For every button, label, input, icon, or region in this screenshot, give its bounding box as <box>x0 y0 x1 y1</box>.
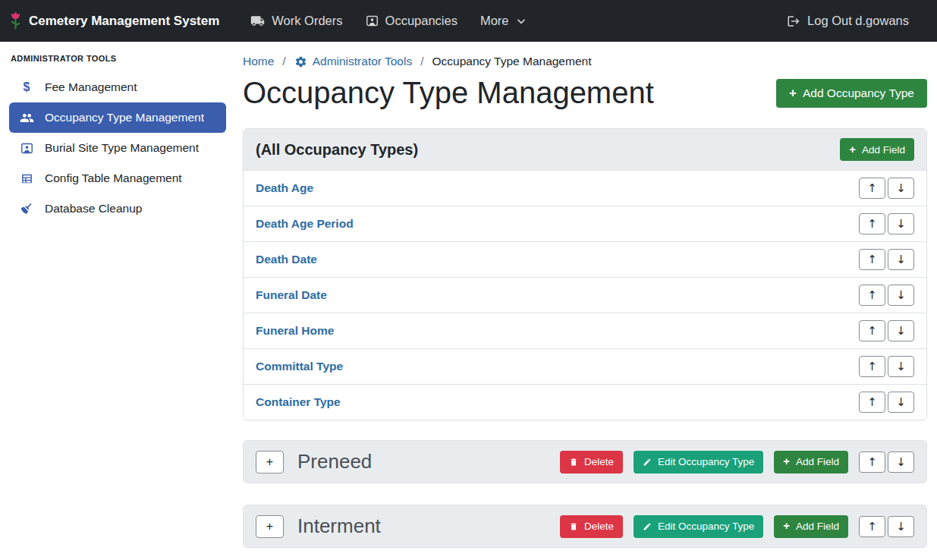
sidebar-item-label: Fee Management <box>45 80 137 94</box>
sidebar-item-fee-management[interactable]: $ Fee Management <box>9 72 226 102</box>
breadcrumb: Home / Administrator Tools / Occupancy T… <box>243 55 927 68</box>
sidebar-heading: Administrator Tools <box>0 45 235 72</box>
button-label: Add Field <box>796 521 839 532</box>
field-link[interactable]: Funeral Home <box>256 324 334 338</box>
plus-icon: + <box>783 521 790 532</box>
delete-button[interactable]: Delete <box>560 515 623 538</box>
page-header: Occupancy Type Management + Add Occupanc… <box>243 76 927 110</box>
move-down-button[interactable]: ↓ <box>888 392 914 413</box>
arrow-down-icon: ↓ <box>896 360 906 373</box>
trash-icon <box>569 458 578 467</box>
arrow-down-icon: ↓ <box>896 455 906 469</box>
add-occupancy-type-button[interactable]: + Add Occupancy Type <box>776 79 927 108</box>
move-up-button[interactable]: ↑ <box>859 178 885 199</box>
move-down-button[interactable]: ↓ <box>888 178 914 199</box>
breadcrumb-current: Occupancy Type Management <box>432 55 592 68</box>
move-up-button[interactable]: ↑ <box>859 516 885 537</box>
sidebar-item-occupancy-type-management[interactable]: Occupancy Type Management <box>9 102 226 133</box>
reorder-controls: ↑ ↓ <box>859 213 914 234</box>
button-label: Edit Occupancy Type <box>658 521 754 532</box>
sidebar-item-database-cleanup[interactable]: Database Cleanup <box>9 193 226 224</box>
button-label: Add Field <box>862 144 905 156</box>
sidebar-item-burial-site-type-management[interactable]: Burial Site Type Management <box>9 133 226 163</box>
arrow-down-icon: ↓ <box>896 253 906 266</box>
reorder-controls: ↑ ↓ <box>859 392 914 413</box>
sidebar-item-label: Config Table Management <box>45 171 182 185</box>
sidebar-item-label: Database Cleanup <box>45 202 142 216</box>
section-title: Interment <box>297 514 381 538</box>
card-title: (All Occupancy Types) <box>256 141 418 159</box>
top-navbar: Cemetery Management System Work Orders O… <box>0 0 937 42</box>
move-up-button[interactable]: ↑ <box>859 213 885 234</box>
edit-occupancy-type-button[interactable]: Edit Occupancy Type <box>634 451 763 473</box>
move-down-button[interactable]: ↓ <box>888 213 914 234</box>
broom-icon <box>18 202 35 216</box>
field-row: Funeral Date ↑ ↓ <box>244 277 926 313</box>
app-brand[interactable]: Cemetery Management System <box>9 11 219 31</box>
delete-button[interactable]: Delete <box>560 451 623 473</box>
table-icon <box>18 172 35 185</box>
nav-label: Occupancies <box>385 14 457 28</box>
reorder-controls: ↑ ↓ <box>859 356 914 377</box>
nav-work-orders[interactable]: Work Orders <box>239 8 354 34</box>
breadcrumb-label: Administrator Tools <box>313 55 413 68</box>
app-title: Cemetery Management System <box>29 14 219 29</box>
field-row: Committal Type ↑ ↓ <box>244 348 926 384</box>
button-label: Delete <box>584 521 614 532</box>
move-down-button[interactable]: ↓ <box>888 451 914 473</box>
pencil-icon <box>643 522 652 531</box>
breadcrumb-admin-tools-link[interactable]: Administrator Tools <box>294 55 413 68</box>
field-list: Death Age ↑ ↓ Death Age Period ↑ ↓ <box>244 170 926 420</box>
add-field-button[interactable]: + Add Field <box>774 515 848 538</box>
occupancy-type-section: + Preneed Delete Edit Occupancy Typ <box>243 440 927 483</box>
field-link[interactable]: Death Age Period <box>256 217 354 231</box>
nav-occupancies[interactable]: Occupancies <box>354 8 469 34</box>
arrow-down-icon: ↓ <box>896 520 906 533</box>
field-row: Death Date ↑ ↓ <box>244 241 926 277</box>
field-row: Container Type ↑ ↓ <box>244 384 926 420</box>
field-link[interactable]: Container Type <box>256 395 341 409</box>
move-down-button[interactable]: ↓ <box>888 285 914 306</box>
expand-button[interactable]: + <box>256 515 284 538</box>
page-title: Occupancy Type Management <box>243 76 654 110</box>
arrow-up-icon: ↑ <box>867 520 877 533</box>
move-up-button[interactable]: ↑ <box>859 249 885 270</box>
arrow-down-icon: ↓ <box>896 324 906 338</box>
edit-occupancy-type-button[interactable]: Edit Occupancy Type <box>634 515 763 538</box>
move-up-button[interactable]: ↑ <box>859 320 885 341</box>
sidebar-item-config-table-management[interactable]: Config Table Management <box>9 163 226 193</box>
nav-more[interactable]: More <box>469 8 538 34</box>
trash-icon <box>569 522 578 531</box>
sidebar-item-label: Occupancy Type Management <box>45 111 204 124</box>
move-down-button[interactable]: ↓ <box>888 356 914 377</box>
move-up-button[interactable]: ↑ <box>859 392 885 413</box>
field-link[interactable]: Death Age <box>256 181 313 195</box>
breadcrumb-home-link[interactable]: Home <box>243 55 274 68</box>
plus-icon: + <box>266 520 273 533</box>
truck-icon <box>250 14 265 28</box>
field-row: Death Age ↑ ↓ <box>244 170 926 206</box>
move-up-button[interactable]: ↑ <box>859 285 885 306</box>
arrow-up-icon: ↑ <box>867 360 877 373</box>
person-frame-icon <box>366 14 379 27</box>
dollar-icon: $ <box>18 80 35 94</box>
breadcrumb-separator: / <box>420 55 423 68</box>
field-link[interactable]: Death Date <box>256 253 317 266</box>
button-label: Edit Occupancy Type <box>658 456 754 467</box>
move-up-button[interactable]: ↑ <box>859 451 885 473</box>
move-down-button[interactable]: ↓ <box>888 516 914 537</box>
arrow-up-icon: ↑ <box>867 395 877 409</box>
reorder-controls: ↑ ↓ <box>859 285 914 306</box>
reorder-controls: ↑ ↓ <box>859 249 914 270</box>
expand-button[interactable]: + <box>256 451 284 473</box>
sidebar-item-label: Burial Site Type Management <box>45 141 199 155</box>
move-down-button[interactable]: ↓ <box>888 320 914 341</box>
field-link[interactable]: Committal Type <box>256 360 343 373</box>
add-field-button[interactable]: + Add Field <box>774 451 848 473</box>
field-link[interactable]: Funeral Date <box>256 288 327 302</box>
logout-button[interactable]: Log Out d.gowans <box>775 8 920 34</box>
navbar-links: Work Orders Occupancies More <box>239 8 537 34</box>
move-down-button[interactable]: ↓ <box>888 249 914 270</box>
move-up-button[interactable]: ↑ <box>859 356 885 377</box>
add-field-button[interactable]: + Add Field <box>840 138 914 161</box>
